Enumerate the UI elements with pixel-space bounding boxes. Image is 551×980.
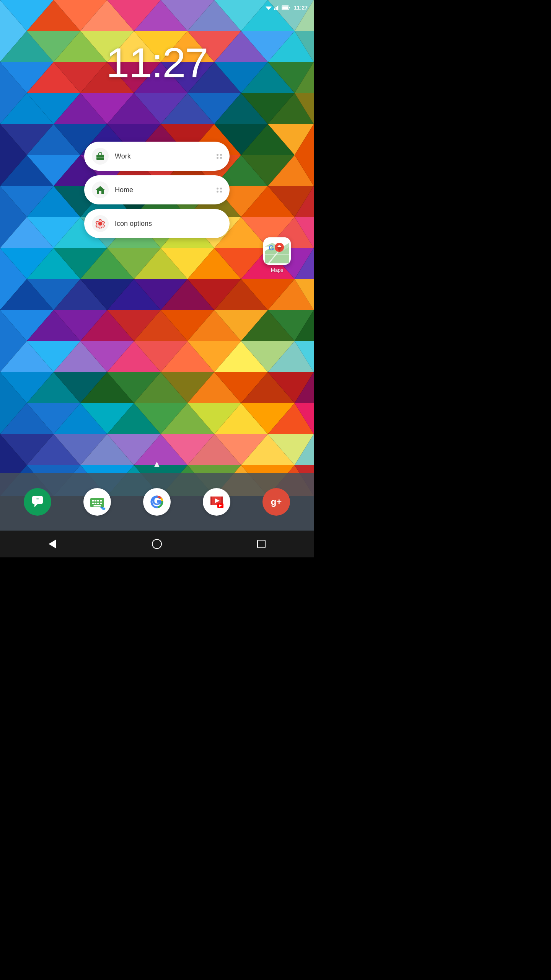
work-dots[interactable] <box>217 154 222 159</box>
briefcase-icon <box>95 151 105 161</box>
svg-rect-210 <box>289 7 290 8</box>
status-bar: 11:27 <box>0 0 314 15</box>
dock-hangouts[interactable]: " <box>24 488 51 516</box>
clock-display: 11:27 <box>0 38 314 87</box>
back-button[interactable] <box>43 534 62 554</box>
svg-rect-205 <box>276 7 277 10</box>
menu-item-home[interactable]: Home <box>84 175 230 204</box>
drawer-arrow[interactable]: ▲ <box>152 459 161 469</box>
maps-icon[interactable]: G <box>263 237 291 265</box>
wifi-icon <box>266 5 272 10</box>
svg-rect-242 <box>157 501 161 503</box>
status-time: 11:27 <box>294 5 308 11</box>
menu-item-icon-options[interactable]: Icon options <box>84 209 230 238</box>
icon-options-label: Icon options <box>115 220 222 228</box>
maps-app[interactable]: G Maps <box>263 237 291 273</box>
work-icon-container <box>92 148 109 165</box>
house-icon <box>95 185 105 195</box>
icon-options-icon-container <box>92 215 109 232</box>
menu-item-work[interactable]: Work <box>84 142 230 171</box>
svg-rect-234 <box>92 503 94 504</box>
home-icon-container <box>92 181 109 198</box>
signal-icon <box>274 5 279 10</box>
svg-point-216 <box>99 222 101 225</box>
dock: " G <box>0 473 314 531</box>
svg-rect-207 <box>279 5 279 10</box>
svg-rect-204 <box>274 8 275 10</box>
svg-text:": " <box>36 497 39 503</box>
gear-icon <box>95 219 105 229</box>
recents-square-icon <box>257 540 266 548</box>
svg-rect-235 <box>95 503 96 504</box>
recents-button[interactable] <box>252 534 271 554</box>
home-circle-icon <box>152 539 162 549</box>
back-triangle-icon <box>49 539 56 549</box>
svg-rect-231 <box>95 500 96 501</box>
nav-bar <box>0 531 314 557</box>
svg-text:g+: g+ <box>271 497 282 507</box>
svg-rect-232 <box>97 500 99 501</box>
maps-label: Maps <box>271 267 283 273</box>
dock-googleplus[interactable]: g+ <box>262 488 290 516</box>
svg-rect-237 <box>100 503 102 504</box>
svg-rect-245 <box>210 497 212 505</box>
svg-marker-213 <box>96 186 105 194</box>
dock-google[interactable]: G <box>143 488 171 516</box>
dock-movies[interactable] <box>203 488 230 516</box>
home-dots[interactable] <box>217 188 222 193</box>
svg-rect-209 <box>282 7 288 9</box>
dock-keyboard[interactable] <box>83 488 111 516</box>
home-button[interactable] <box>147 534 166 554</box>
svg-rect-206 <box>277 6 278 10</box>
home-label: Home <box>115 186 210 194</box>
svg-marker-228 <box>34 504 37 507</box>
svg-rect-238 <box>93 505 101 506</box>
work-label: Work <box>115 152 210 160</box>
svg-rect-212 <box>96 157 104 158</box>
battery-icon <box>282 5 290 10</box>
svg-rect-233 <box>100 500 102 501</box>
svg-rect-230 <box>92 500 94 501</box>
context-menu: Work Home <box>84 142 230 243</box>
svg-text:G: G <box>269 244 274 252</box>
svg-rect-236 <box>97 503 99 504</box>
